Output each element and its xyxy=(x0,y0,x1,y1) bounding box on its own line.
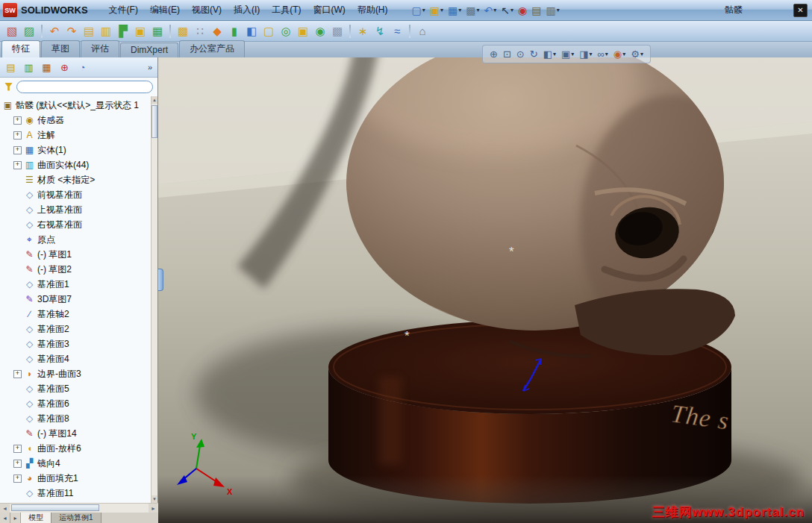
graphics-viewport[interactable]: The s xyxy=(158,57,812,523)
tree-item[interactable]: ▥ 曲面实体(44) xyxy=(0,157,151,172)
scene[interactable]: The s xyxy=(158,57,812,523)
motion-study-tab[interactable]: 运动算例1 xyxy=(51,513,102,523)
tree-item[interactable]: ◇ 基准面6 xyxy=(0,396,151,411)
toolbar-button[interactable]: ▣ xyxy=(133,24,148,39)
appearances-icon[interactable]: ◉ xyxy=(612,48,627,60)
toolbar-button[interactable]: ◉ xyxy=(313,24,328,39)
expander-icon[interactable] xyxy=(13,445,22,453)
new-document-icon[interactable]: ▢ xyxy=(410,4,427,16)
configurationmanager-tab-icon[interactable]: ▦ xyxy=(39,60,54,75)
dropdown-caret[interactable] xyxy=(510,7,513,13)
toolbar-button[interactable]: ▩ xyxy=(175,24,190,39)
file-properties-icon[interactable]: ▤ xyxy=(530,4,543,16)
rebuild-icon[interactable]: ◉ xyxy=(516,4,528,16)
tab-features[interactable]: 特征 xyxy=(1,40,40,57)
tree-item[interactable]: ◇ 右视基准面 xyxy=(0,217,151,232)
select-icon[interactable]: ↖ xyxy=(499,4,515,16)
section-view-icon[interactable]: ◧ xyxy=(542,48,558,60)
panel-overflow-chevron[interactable]: » xyxy=(146,63,154,72)
dropdown-caret[interactable] xyxy=(622,51,625,57)
dropdown-caret[interactable] xyxy=(571,51,574,57)
tree-item[interactable]: ◇ 上视基准面 xyxy=(0,202,151,217)
menu-help[interactable]: 帮助(H) xyxy=(352,1,394,19)
featuremanager-tab-icon[interactable]: ▤ xyxy=(3,60,19,75)
toolbar-button[interactable]: ▥ xyxy=(99,24,113,39)
tab-dimxpert[interactable]: DimXpert xyxy=(120,43,178,57)
tree-item[interactable]: ◇ 基准面2 xyxy=(0,322,151,336)
toolbar-button[interactable] xyxy=(349,25,351,38)
dropdown-caret[interactable] xyxy=(605,51,608,57)
dropdown-caret[interactable] xyxy=(590,51,593,57)
model-tab[interactable]: 模型 xyxy=(21,513,51,523)
menu-tools[interactable]: 工具(T) xyxy=(266,1,307,19)
toolbar-button[interactable]: ▦ xyxy=(150,24,165,39)
view-orientation-icon[interactable]: ▣ xyxy=(560,48,575,60)
tree-item[interactable]: ◕ 曲面填充1 xyxy=(0,471,151,486)
expander-icon[interactable] xyxy=(13,131,22,140)
dropdown-caret[interactable] xyxy=(458,7,461,13)
toolbar-button[interactable]: ∷ xyxy=(193,24,207,39)
tab-sketch[interactable]: 草图 xyxy=(41,40,80,57)
tree-item[interactable]: ✎ (-) 草图1 xyxy=(0,247,151,262)
zoom-in-out-icon[interactable]: ⊙ xyxy=(515,48,526,60)
undo-icon[interactable]: ↶ xyxy=(483,4,499,16)
tree-item[interactable]: ◉ 传感器 xyxy=(0,113,151,128)
tree-item[interactable]: ◇ 前视基准面 xyxy=(0,187,151,202)
scroll-track[interactable] xyxy=(152,104,157,495)
panel-toggle-icon[interactable]: ▥ xyxy=(545,4,561,16)
menu-edit[interactable]: 编辑(E) xyxy=(144,1,186,19)
tree-item[interactable]: ▞ 镜向4 xyxy=(0,456,151,471)
dropdown-caret[interactable] xyxy=(640,51,643,57)
scroll-thumb[interactable] xyxy=(11,504,99,511)
toolbar-button[interactable]: ↯ xyxy=(372,24,387,39)
tree-item[interactable]: ☰ 材质 <未指定> xyxy=(0,172,151,187)
tree-item[interactable]: ◇ 基准面8 xyxy=(0,411,151,426)
toolbar-button[interactable]: ▣ xyxy=(296,24,310,39)
scroll-left-arrow[interactable] xyxy=(0,504,10,513)
tree-item[interactable]: ◖ 曲面-放样6 xyxy=(0,441,151,456)
expander-icon[interactable] xyxy=(13,460,22,468)
print-icon[interactable]: ▩ xyxy=(464,4,481,16)
tree-item[interactable]: ◗ 边界-曲面3 xyxy=(0,366,151,381)
tree-item[interactable]: A 注解 xyxy=(0,128,151,143)
tree-item[interactable]: ◇ 基准面11 xyxy=(0,486,151,501)
dropdown-caret[interactable] xyxy=(440,7,443,13)
toolbar-button[interactable]: ↷ xyxy=(64,24,79,39)
tab-evaluate[interactable]: 评估 xyxy=(81,40,119,57)
display-style-icon[interactable]: ◨ xyxy=(578,48,593,60)
toolbar-button[interactable]: ▢ xyxy=(261,24,276,39)
tree-item[interactable]: ◇ 基准面4 xyxy=(0,351,151,366)
expander-icon[interactable] xyxy=(13,146,22,154)
tree-item[interactable]: ◇ 基准面1 xyxy=(0,277,151,292)
toolbar-button[interactable] xyxy=(169,25,171,38)
dropdown-caret[interactable] xyxy=(553,51,556,57)
toolbar-button[interactable]: ◧ xyxy=(244,24,259,39)
menu-view[interactable]: 视图(V) xyxy=(186,1,228,19)
statusbar-next-icon[interactable]: ▸ xyxy=(10,513,21,523)
hide-show-items-icon[interactable]: ∞ xyxy=(596,48,610,60)
scroll-thumb[interactable] xyxy=(152,105,157,138)
dropdown-caret[interactable] xyxy=(493,7,496,13)
toolbar-button[interactable]: ↶ xyxy=(47,24,62,39)
feature-tree-root[interactable]: ▣ 骷髅 (默认<<默认>_显示状态 1 xyxy=(0,98,151,113)
scroll-up-arrow[interactable] xyxy=(152,96,157,104)
dropdown-caret[interactable] xyxy=(557,7,560,13)
panel-horizontal-scrollbar[interactable] xyxy=(0,503,158,513)
dropdown-caret[interactable] xyxy=(422,7,425,13)
toolbar-button[interactable]: ▩ xyxy=(330,24,345,39)
toolbar-button[interactable] xyxy=(409,25,410,38)
rotate-view-icon[interactable]: ↻ xyxy=(528,48,540,60)
scroll-right-arrow[interactable] xyxy=(149,504,158,513)
tree-item[interactable]: ✎ 3D草图7 xyxy=(0,292,151,307)
toolbar-button[interactable]: ◎ xyxy=(278,24,293,39)
displaymanager-tab-icon[interactable]: ◔ xyxy=(75,60,90,75)
expander-icon[interactable] xyxy=(13,116,22,125)
zoom-area-icon[interactable]: ⊡ xyxy=(502,48,513,60)
toolbar-button[interactable] xyxy=(41,25,43,38)
tree-item[interactable]: ✎ (-) 草图14 xyxy=(0,426,151,441)
statusbar-prev-icon[interactable]: ◂ xyxy=(0,513,10,523)
propertymanager-tab-icon[interactable]: ▥ xyxy=(21,60,37,75)
scroll-track[interactable] xyxy=(10,504,149,513)
save-icon[interactable]: ▦ xyxy=(446,4,463,16)
expander-icon[interactable] xyxy=(13,370,22,378)
